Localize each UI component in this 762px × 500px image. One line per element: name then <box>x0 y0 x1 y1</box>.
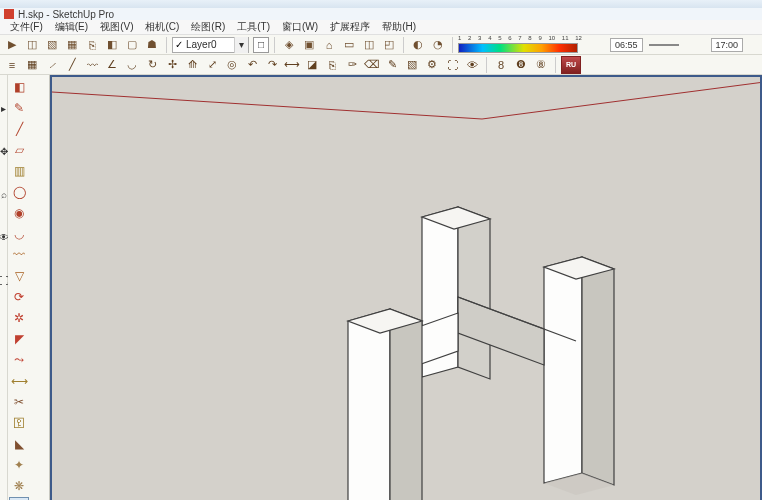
grid-icon[interactable]: ▦ <box>23 56 41 74</box>
eight3-icon[interactable]: ⑧ <box>532 56 550 74</box>
undo-icon[interactable]: ↶ <box>243 56 261 74</box>
iso-icon[interactable]: ◈ <box>280 36 298 54</box>
rect-tool-icon[interactable]: ▱ <box>9 140 29 160</box>
cube-tool-icon[interactable]: ◧ <box>9 77 29 97</box>
menu-edit[interactable]: 编辑(E) <box>49 20 94 34</box>
flag-tool-icon[interactable]: ◤ <box>9 329 29 349</box>
front-icon[interactable]: ▭ <box>340 36 358 54</box>
scale-icon[interactable]: ⤢ <box>203 56 221 74</box>
move-icon[interactable]: ✢ <box>163 56 181 74</box>
pull-icon[interactable]: ⟰ <box>183 56 201 74</box>
circle-tool-icon[interactable]: ◯ <box>9 182 29 202</box>
cube-icon[interactable]: ▣ <box>300 36 318 54</box>
layer-add-btn[interactable]: □ <box>253 37 269 53</box>
shadow-slider[interactable] <box>649 44 679 46</box>
paste-icon[interactable]: ✑ <box>343 56 361 74</box>
menu-tools[interactable]: 工具(T) <box>231 20 276 34</box>
scale-tick: 9 <box>538 35 541 41</box>
select-icon[interactable]: ▶ <box>3 36 21 54</box>
shadow-scale[interactable]: 123456789101112 <box>458 36 582 53</box>
side-icon[interactable]: ◫ <box>360 36 378 54</box>
spray-icon[interactable]: ⚙ <box>423 56 441 74</box>
scale-tick: 8 <box>528 35 531 41</box>
menu-draw[interactable]: 绘图(R) <box>185 20 231 34</box>
material-icon[interactable]: ▦ <box>63 36 81 54</box>
viewport-3d[interactable] <box>50 75 762 500</box>
dim-tool-icon[interactable]: ⟷ <box>9 371 29 391</box>
path-tool-icon[interactable]: ⤳ <box>9 350 29 370</box>
layer-dropdown-btn[interactable]: ▾ <box>234 37 248 53</box>
key-tool-icon[interactable]: ⚿ <box>9 413 29 433</box>
ruby-console-btn[interactable]: RU <box>561 56 581 74</box>
line-icon[interactable]: ╱ <box>63 56 81 74</box>
refresh-tool-icon[interactable]: ⟳ <box>9 287 29 307</box>
menu-view[interactable]: 视图(V) <box>94 20 139 34</box>
pan-icon[interactable]: ✥ <box>0 146 8 157</box>
star2-tool-icon[interactable]: ❋ <box>9 476 29 496</box>
wrench-tool-icon[interactable]: ✂ <box>9 392 29 412</box>
toolbar-separator <box>166 37 167 53</box>
redo-icon[interactable]: ↷ <box>263 56 281 74</box>
layer-select[interactable]: ✓ Layer0 ▾ <box>172 37 249 53</box>
line-tool-icon[interactable]: ╱ <box>9 119 29 139</box>
curve2-tool-icon[interactable]: 〰 <box>9 245 29 265</box>
pencil-tool-icon[interactable]: ✎ <box>9 98 29 118</box>
look-icon[interactable]: 👁 <box>463 56 481 74</box>
arc1-icon[interactable]: ◡ <box>123 56 141 74</box>
svg-marker-15 <box>390 309 422 500</box>
toolbar-separator <box>274 37 275 53</box>
warehouse-icon[interactable]: ☗ <box>143 36 161 54</box>
arrow-icon[interactable]: ▸ <box>1 103 6 114</box>
bars-icon[interactable]: ≡ <box>3 56 21 74</box>
fold-tool-icon[interactable]: ◣ <box>9 434 29 454</box>
star-tool-icon[interactable]: ✦ <box>9 455 29 475</box>
model-h-shape[interactable] <box>282 157 642 500</box>
shadow-gradient[interactable] <box>458 43 578 53</box>
home-icon[interactable]: ⌂ <box>320 36 338 54</box>
bucket-icon[interactable]: ▧ <box>403 56 421 74</box>
wire-icon[interactable]: ◔ <box>429 36 447 54</box>
menu-window[interactable]: 窗口(W) <box>276 20 324 34</box>
arc-tool-icon[interactable]: ◡ <box>9 224 29 244</box>
paint-icon[interactable]: ▧ <box>43 36 61 54</box>
toolbar-separator <box>452 37 453 53</box>
curve-icon[interactable]: 〰 <box>83 56 101 74</box>
box-icon[interactable]: ▢ <box>123 36 141 54</box>
workspace: ▸✥⌕👁⛶ ◧✎╱▱▥◯◉◡〰▽⟳✲◤⤳⟷✂⚿◣✦❋◪⟟⌕⊕ <box>0 75 762 500</box>
rotate-icon[interactable]: ↻ <box>143 56 161 74</box>
component-icon[interactable]: ◫ <box>23 36 41 54</box>
section-icon[interactable]: ◪ <box>303 56 321 74</box>
zoom-icon[interactable]: ⌕ <box>1 189 7 200</box>
shadow-time-end[interactable]: 17:00 <box>711 38 744 52</box>
copy-icon[interactable]: ⎘ <box>83 36 101 54</box>
scale-tick: 10 <box>548 35 555 41</box>
shadow-time-start[interactable]: 06:55 <box>610 38 643 52</box>
erase-icon[interactable]: ⌫ <box>363 56 381 74</box>
eight-icon[interactable]: 8 <box>492 56 510 74</box>
scale-tick: 2 <box>468 35 471 41</box>
offset-icon[interactable]: ◎ <box>223 56 241 74</box>
top-icon[interactable]: ◰ <box>380 36 398 54</box>
dim-icon[interactable]: ⟷ <box>283 56 301 74</box>
poly-tool-icon[interactable]: ▽ <box>9 266 29 286</box>
copy2-icon[interactable]: ⎘ <box>323 56 341 74</box>
scale-tick: 12 <box>575 35 582 41</box>
menu-help[interactable]: 帮助(H) <box>376 20 422 34</box>
eight2-icon[interactable]: ❽ <box>512 56 530 74</box>
brush-icon[interactable]: ✎ <box>383 56 401 74</box>
compass-tool-icon[interactable]: ✲ <box>9 308 29 328</box>
menu-camera[interactable]: 相机(C) <box>139 20 185 34</box>
menu-extensions[interactable]: 扩展程序 <box>324 20 376 34</box>
layer-name: Layer0 <box>186 39 234 50</box>
angle-icon[interactable]: ∠ <box>103 56 121 74</box>
slash-icon[interactable]: ⟋ <box>43 56 61 74</box>
layer-visibility-check[interactable]: ✓ <box>175 39 183 50</box>
scale-tick: 7 <box>518 35 521 41</box>
shape-tool-icon[interactable]: ▥ <box>9 161 29 181</box>
shapes-icon[interactable]: ◧ <box>103 36 121 54</box>
shade-icon[interactable]: ◐ <box>409 36 427 54</box>
scale-tick: 1 <box>458 35 461 41</box>
walk-icon[interactable]: ⛶ <box>443 56 461 74</box>
menu-file[interactable]: 文件(F) <box>4 20 49 34</box>
disc-tool-icon[interactable]: ◉ <box>9 203 29 223</box>
